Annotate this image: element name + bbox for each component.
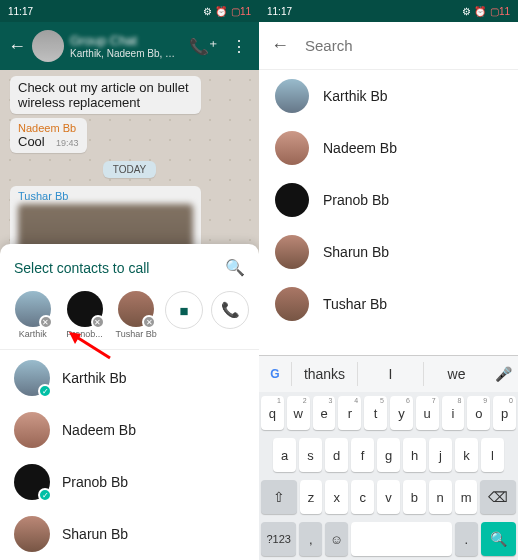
space-key[interactable] [351,522,452,556]
search-header: ← [259,22,518,70]
contact-row[interactable]: ✓ Pranob Bb [0,456,259,508]
check-icon: ✓ [38,384,52,398]
selected-name: Karthik [19,329,47,339]
key-m[interactable]: m [455,480,478,514]
call-sheet: Select contacts to call 🔍 ✕ Karthik ✕ Pr… [0,244,259,560]
comma-key[interactable]: , [299,522,322,556]
search-icon[interactable]: 🔍 [225,258,245,277]
symbols-key[interactable]: ?123 [261,522,296,556]
contact-row[interactable]: Sharun Bb [259,226,518,278]
key-q[interactable]: q1 [261,396,284,430]
shift-key[interactable]: ⇧ [261,480,297,514]
key-i[interactable]: i8 [442,396,465,430]
contact-row[interactable]: Karthik Bb [259,70,518,122]
contact-name: Karthik Bb [323,88,388,104]
key-p[interactable]: p0 [493,396,516,430]
key-e[interactable]: e3 [313,396,336,430]
contact-name: Tushar Bb [323,296,387,312]
add-call-icon[interactable]: 📞⁺ [185,37,221,56]
contact-row[interactable]: Nadeem Bb [259,122,518,174]
key-d[interactable]: d [325,438,348,472]
suggestion[interactable]: we [423,362,489,386]
remove-icon[interactable]: ✕ [142,315,156,329]
left-phone: 11:17 ⚙ ⏰ ▢11 ← Group Chat Karthik, Nade… [0,0,259,560]
group-avatar[interactable] [32,30,64,62]
contact-row[interactable]: Sharun Bb [0,508,259,560]
contact-row[interactable]: Nadeem Bb [0,404,259,456]
mic-icon[interactable]: 🎤 [489,366,512,382]
contact-name: Nadeem Bb [323,140,397,156]
key-u[interactable]: u7 [416,396,439,430]
key-row-4: ?123 , ☺ . 🔍 [259,518,518,560]
contact-name: Karthik Bb [62,370,127,386]
search-input[interactable] [305,37,506,54]
key-x[interactable]: x [325,480,348,514]
google-icon[interactable]: G [265,364,285,384]
message-text: Cool [18,134,45,149]
key-l[interactable]: l [481,438,504,472]
selected-contacts-row: ✕ Karthik ✕ Pranob... ✕ Tushar Bb ■ 📞 [0,287,259,347]
message-bubble[interactable]: Nadeem Bb Cool 19:43 [10,118,87,153]
key-j[interactable]: j [429,438,452,472]
key-y[interactable]: y6 [390,396,413,430]
key-t[interactable]: t5 [364,396,387,430]
contact-row[interactable]: Tushar Bb [259,278,518,330]
selected-contact[interactable]: ✕ Tushar Bb [113,291,159,339]
period-key[interactable]: . [455,522,478,556]
status-bar: 11:17 ⚙ ⏰ ▢11 [0,0,259,22]
divider [0,349,259,350]
video-call-button[interactable]: ■ [165,291,203,329]
status-bar: 11:17 ⚙ ⏰ ▢11 [259,0,518,22]
remove-icon[interactable]: ✕ [91,315,105,329]
status-time: 11:17 [267,6,292,17]
backspace-key[interactable]: ⌫ [480,480,516,514]
back-icon[interactable]: ← [271,35,289,56]
check-icon: ✓ [38,488,52,502]
contact-name: Nadeem Bb [62,422,136,438]
key-o[interactable]: o9 [467,396,490,430]
selected-contact[interactable]: ✕ Pranob... [62,291,108,339]
key-w[interactable]: w2 [287,396,310,430]
message-time: 19:43 [56,138,79,148]
key-v[interactable]: v [377,480,400,514]
contact-name: Sharun Bb [62,526,128,542]
status-icons: ⚙ ⏰ ▢11 [203,6,251,17]
back-icon[interactable]: ← [8,36,26,57]
key-c[interactable]: c [351,480,374,514]
right-phone: 11:17 ⚙ ⏰ ▢11 ← Karthik Bb Nadeem Bb Pra… [259,0,518,560]
search-results[interactable]: Karthik Bb Nadeem Bb Pranob Bb Sharun Bb… [259,70,518,355]
key-h[interactable]: h [403,438,426,472]
key-g[interactable]: g [377,438,400,472]
voice-call-button[interactable]: 📞 [211,291,249,329]
selected-name: Tushar Bb [116,329,157,339]
message-text: Check out my article on bullet wireless … [18,80,193,110]
key-r[interactable]: r4 [338,396,361,430]
key-b[interactable]: b [403,480,426,514]
remove-icon[interactable]: ✕ [39,315,53,329]
key-a[interactable]: a [273,438,296,472]
key-s[interactable]: s [299,438,322,472]
key-z[interactable]: z [300,480,323,514]
key-k[interactable]: k [455,438,478,472]
message-bubble[interactable]: Check out my article on bullet wireless … [10,76,201,114]
suggestion-bar: G thanks I we 🎤 [259,356,518,392]
status-icons: ⚙ ⏰ ▢11 [462,6,510,17]
contact-row[interactable]: Pranob Bb [259,174,518,226]
chat-title: Group Chat [70,33,179,48]
chat-title-box[interactable]: Group Chat Karthik, Nadeem Bb, Pranob Bb… [70,33,179,59]
emoji-key[interactable]: ☺ [325,522,348,556]
key-row-3: ⇧ zxcvbnm ⌫ [259,476,518,518]
suggestion[interactable]: thanks [291,362,357,386]
sheet-header: Select contacts to call 🔍 [0,244,259,287]
key-n[interactable]: n [429,480,452,514]
more-icon[interactable]: ⋮ [227,37,251,56]
search-key[interactable]: 🔍 [481,522,516,556]
message-sender: Nadeem Bb [18,122,79,134]
selected-name: Pranob... [66,329,103,339]
suggestion[interactable]: I [357,362,423,386]
key-row-2: asdfghjkl [259,434,518,476]
selected-contact[interactable]: ✕ Karthik [10,291,56,339]
key-f[interactable]: f [351,438,374,472]
call-buttons: ■ 📞 [165,291,249,329]
contact-row[interactable]: ✓ Karthik Bb [0,352,259,404]
